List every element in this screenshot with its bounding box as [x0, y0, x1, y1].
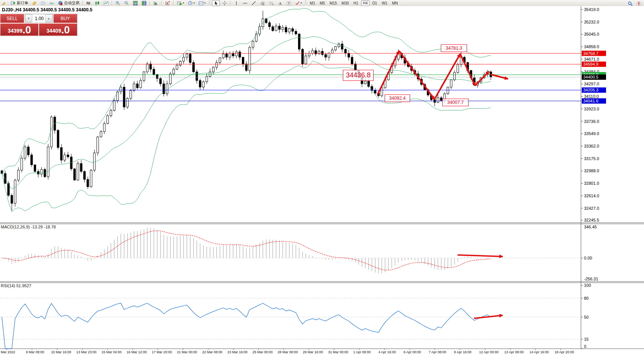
time-axis-label: 21 Mar 00:00	[177, 350, 197, 354]
price-tick-label: 35045.0	[584, 32, 599, 36]
price-tick-label: 32427.0	[584, 206, 599, 211]
level-tag-label: 34400.5	[583, 75, 598, 79]
price-tick-label: 33736.0	[584, 119, 599, 124]
candle-body	[209, 72, 211, 76]
level-tag-label: 34041.6	[583, 99, 598, 103]
candle-body	[189, 54, 191, 63]
buy-price-pips: .0	[61, 25, 70, 35]
candle-body	[51, 117, 52, 147]
candle-body	[87, 179, 89, 187]
price-annotation: 34781.3	[441, 44, 467, 52]
candle-body	[212, 67, 214, 72]
candle-body	[305, 56, 307, 64]
price-annotation: 34007.7	[442, 99, 469, 106]
candle-body	[113, 101, 115, 110]
candle-body	[239, 52, 241, 57]
candle-body	[288, 29, 290, 32]
candle-body	[282, 27, 284, 29]
candle-body	[325, 55, 327, 57]
time-axis-label: 4 Apr 16:00	[379, 350, 396, 354]
candle-body	[292, 29, 294, 31]
candle-body	[153, 69, 155, 74]
candle-body	[242, 57, 244, 64]
sell-button[interactable]: SELL	[0, 14, 24, 23]
buy-button[interactable]: BUY	[54, 14, 77, 23]
time-axis-label: 25 Mar 00:00	[253, 350, 273, 354]
time-axis-label: 8 Apr 16:00	[454, 350, 471, 354]
candle-body	[21, 158, 23, 170]
candle-body	[136, 84, 138, 88]
candle-body	[117, 92, 118, 101]
candle-body	[17, 170, 19, 180]
candle-body	[97, 137, 99, 153]
sell-price-pips: .0	[22, 25, 31, 35]
candle-body	[173, 69, 175, 74]
candle-body	[186, 54, 188, 57]
candle-body	[107, 116, 109, 124]
time-axis-label: 23 Mar 16:00	[227, 350, 248, 354]
candle-body	[64, 155, 66, 160]
level-tag-label: 34205.3	[583, 88, 598, 92]
macd-axis-zero: 0.00	[584, 256, 592, 260]
candle-body	[60, 148, 62, 160]
candle-body	[57, 130, 59, 148]
candle-body	[140, 80, 142, 88]
candle-body	[335, 47, 336, 50]
price-tick-label: 32988.0	[584, 168, 599, 173]
candle-body	[159, 79, 161, 84]
time-axis-label: 28 Mar 08:00	[278, 350, 298, 354]
candle-body	[229, 53, 231, 57]
time-axis-label: 1 Apr 08:00	[353, 350, 371, 354]
candle-body	[295, 31, 297, 34]
volume-up-button[interactable]: ▲	[45, 14, 52, 22]
candle-body	[328, 53, 330, 57]
candle-body	[34, 165, 36, 171]
price-tick-label: 33175.0	[584, 156, 599, 161]
rsi-axis-label: 50	[584, 315, 589, 319]
sell-price[interactable]: 34399 .0	[0, 24, 38, 36]
candle-body	[226, 54, 227, 57]
candle-body	[450, 80, 452, 87]
candle-body	[453, 72, 455, 80]
chart-surface[interactable]: 35419.035232.035045.034858.034671.034484…	[0, 0, 644, 354]
candle-body	[252, 41, 254, 47]
candle-body	[199, 80, 201, 87]
price-tick-label: 33923.0	[584, 107, 599, 111]
time-axis-label: 12 Apr 00:00	[479, 350, 499, 354]
candle-body	[278, 26, 280, 30]
price-tick-label: 33549.0	[584, 131, 599, 136]
chart-background	[0, 6, 644, 354]
price-tick-label: 32245.5	[584, 218, 599, 222]
price-tick-label: 34858.0	[584, 44, 599, 49]
candle-body	[268, 23, 270, 27]
time-axis-label: 15 Mar 04:00	[101, 350, 122, 354]
candle-body	[130, 90, 132, 98]
candle-body	[348, 53, 350, 57]
candle-body	[150, 64, 152, 69]
price-tick-label: 34671.0	[584, 57, 599, 61]
trading-terminal: { "accent": {"red":"#e01010","green_line…	[0, 0, 644, 354]
time-axis-label: 14 Apr 16:00	[529, 350, 549, 354]
candle-body	[133, 84, 135, 91]
volume-down-button[interactable]: ▼	[25, 14, 32, 22]
candle-body	[93, 153, 95, 170]
candle-body	[183, 57, 185, 61]
candle-body	[193, 63, 194, 72]
buy-price[interactable]: 34409 .0	[39, 24, 77, 36]
rsi-axis-label: 100	[584, 283, 591, 288]
rsi-label: RSI(14) 51.9527	[1, 283, 32, 288]
sell-price-main: 34399	[8, 26, 22, 35]
candle-body	[437, 98, 439, 102]
time-axis-label: 17 Mar 20:00	[152, 350, 172, 354]
one-click-trade-panel: SELL ▼ 1.00 ▲ BUY 34399 .0 34409 .0	[0, 14, 77, 36]
candle-body	[27, 147, 29, 155]
candle-body	[67, 155, 69, 157]
volume-value[interactable]: 1.00	[32, 14, 45, 22]
candle-body	[351, 57, 353, 64]
candle-body	[321, 51, 323, 55]
candle-body	[285, 27, 287, 32]
candle-body	[196, 72, 198, 80]
price-tick-label: 33362.0	[584, 144, 599, 148]
candle-body	[166, 84, 168, 94]
macd-label: MACD(12,26,9) -13.29 -18.78	[1, 225, 56, 229]
